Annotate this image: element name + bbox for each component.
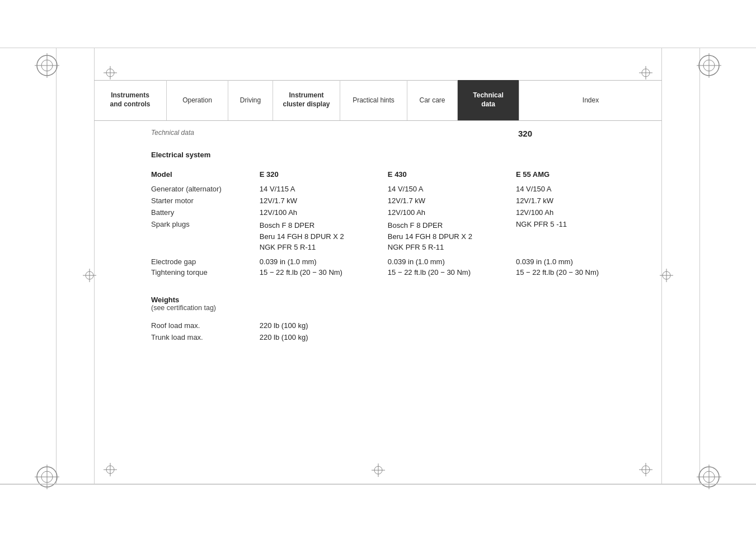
label-starter: Starter motor	[151, 195, 260, 207]
val-electrode-e320: 0.039 in (1.0 mm) 15 − 22 ft.lb (20 − 30…	[260, 255, 388, 280]
col-e430: E 430	[388, 168, 516, 183]
val-roof-load: 220 lb (100 kg)	[260, 320, 388, 331]
top-left-outer-circle	[35, 53, 59, 78]
label-generator: Generator (alternator)	[151, 183, 260, 195]
right-mid-crosshair	[660, 269, 673, 282]
top-right-outer-circle	[697, 53, 721, 78]
weights-section: Weights (see certification tag) Roof loa…	[151, 296, 644, 343]
table-row: Spark plugs Bosch F 8 DPER Beru 14 FGH 8…	[151, 218, 644, 255]
val-trunk-load: 220 lb (100 kg)	[260, 331, 388, 343]
left-mid-crosshair	[83, 269, 96, 282]
col-e320: E 320	[260, 168, 388, 183]
val-battery-e320: 12V/100 Ah	[260, 207, 388, 218]
nav-bottom-line	[94, 120, 662, 121]
val-electrode-e55amg: 0.039 in (1.0 mm) 15 − 22 ft.lb (20 − 30…	[516, 255, 644, 280]
nav-item-index[interactable]: Index	[519, 80, 662, 120]
val-starter-e430: 12V/1.7 kW	[388, 195, 516, 207]
nav-item-practical-hints[interactable]: Practical hints	[340, 80, 407, 120]
label-spark-plugs: Spark plugs	[151, 218, 260, 255]
table-row: Generator (alternator) 14 V/115 A 14 V/1…	[151, 183, 644, 195]
nav-item-instruments-and-controls[interactable]: Instruments and controls	[94, 80, 167, 120]
label-battery: Battery	[151, 207, 260, 218]
electrical-system-table: Model E 320 E 430 E 55 AMG Generator (al…	[151, 168, 644, 280]
col-e55amg: E 55 AMG	[516, 168, 644, 183]
label-roof-load: Roof load max.	[151, 320, 260, 331]
page-number: 320	[518, 129, 532, 138]
label-trunk-load: Trunk load max.	[151, 331, 260, 343]
weights-subheading: (see certification tag)	[151, 304, 644, 312]
top-right-inner-crosshair	[639, 66, 652, 79]
label-electrode: Electrode gap Tightening torque	[151, 255, 260, 280]
nav-bar: Instruments and controls Operation Drivi…	[94, 80, 662, 120]
table-row: Trunk load max. 220 lb (100 kg)	[151, 331, 644, 343]
val-starter-e320: 12V/1.7 kW	[260, 195, 388, 207]
val-sparkplugs-e430: Bosch F 8 DPER Beru 14 FGH 8 DPUR X 2 NG…	[388, 218, 516, 255]
bottom-right-inner-crosshair	[639, 463, 652, 476]
table-row: Roof load max. 220 lb (100 kg)	[151, 320, 644, 331]
col-model: Model	[151, 168, 260, 183]
table-row: Battery 12V/100 Ah 12V/100 Ah 12V/100 Ah	[151, 207, 644, 218]
nav-item-driving[interactable]: Driving	[228, 80, 273, 120]
top-left-inner-crosshair	[104, 66, 117, 79]
val-sparkplugs-e320: Bosch F 8 DPER Beru 14 FGH 8 DPUR X 2 NG…	[260, 218, 388, 255]
val-generator-e320: 14 V/115 A	[260, 183, 388, 195]
val-battery-e55amg: 12V/100 Ah	[516, 207, 644, 218]
bottom-right-outer-circle	[697, 465, 721, 489]
bottom-line-1	[0, 484, 756, 484]
weights-table: Roof load max. 220 lb (100 kg) Trunk loa…	[151, 320, 644, 343]
val-electrode-e430: 0.039 in (1.0 mm) 15 − 22 ft.lb (20 − 30…	[388, 255, 516, 280]
table-row: Starter motor 12V/1.7 kW 12V/1.7 kW 12V/…	[151, 195, 644, 207]
section-title: Technical data	[151, 129, 194, 137]
nav-item-instrument-cluster-display[interactable]: Instrument cluster display	[273, 80, 340, 120]
page-header: Technical data 320	[151, 129, 644, 138]
nav-item-operation[interactable]: Operation	[167, 80, 228, 120]
nav-item-car-care[interactable]: Car care	[407, 80, 458, 120]
val-battery-e430: 12V/100 Ah	[388, 207, 516, 218]
val-generator-e55amg: 14 V/150 A	[516, 183, 644, 195]
val-generator-e430: 14 V/150 A	[388, 183, 516, 195]
content-area: Technical data 320 Electrical system Mod…	[151, 129, 644, 467]
table-row: Electrode gap Tightening torque 0.039 in…	[151, 255, 644, 280]
val-starter-e55amg: 12V/1.7 kW	[516, 195, 644, 207]
weights-heading: Weights	[151, 296, 644, 304]
bottom-center-crosshair	[372, 463, 385, 477]
bottom-left-outer-circle	[35, 465, 59, 489]
bottom-left-inner-crosshair	[104, 463, 117, 476]
electrical-system-heading: Electrical system	[151, 151, 644, 159]
val-sparkplugs-e55amg: NGK PFR 5 -11	[516, 218, 644, 255]
nav-item-technical-data[interactable]: Technical data	[458, 80, 519, 120]
